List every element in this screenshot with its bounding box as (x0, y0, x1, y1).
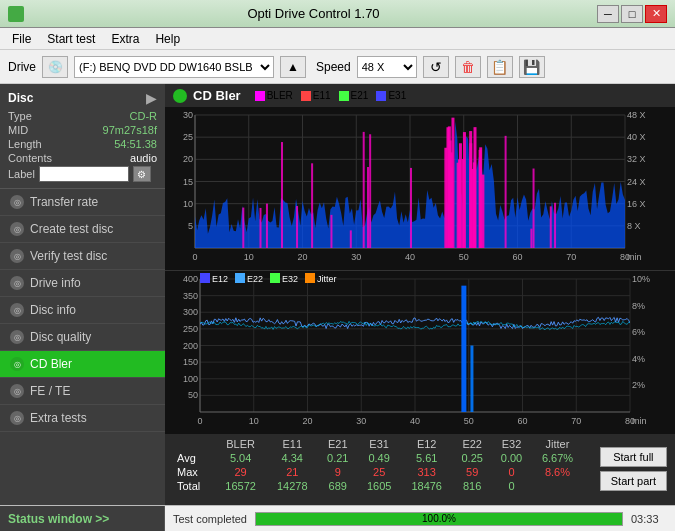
charts-container (165, 107, 675, 433)
maximize-button[interactable]: □ (621, 5, 643, 23)
create-test-disc-icon: ◎ (10, 222, 24, 236)
disc-contents-label: Contents (8, 152, 52, 164)
start-full-button[interactable]: Start full (600, 447, 667, 467)
stats-max-bler: 29 (215, 465, 267, 479)
stats-row-max: Max 29 21 9 25 313 59 0 8.6% (173, 465, 584, 479)
stats-max-e11: 21 (266, 465, 318, 479)
sidebar-item-verify-test-disc[interactable]: ◎ Verify test disc (0, 243, 165, 270)
stats-total-e32: 0 (492, 479, 531, 493)
window-controls: ─ □ ✕ (597, 5, 667, 23)
stats-table: BLER E11 E21 E31 E12 E22 E32 Jitter Avg (173, 437, 584, 493)
stats-total-e21: 689 (318, 479, 357, 493)
sidebar-item-disc-info[interactable]: ◎ Disc info (0, 297, 165, 324)
sidebar-item-drive-info-label: Drive info (30, 276, 81, 290)
sidebar-item-transfer-rate[interactable]: ◎ Transfer rate (0, 189, 165, 216)
refresh-button[interactable]: ↺ (423, 56, 449, 78)
sidebar-item-disc-quality-label: Disc quality (30, 330, 91, 344)
main-layout: Disc ▶ Type CD-R MID 97m27s18f Length 54… (0, 84, 675, 505)
menu-help[interactable]: Help (147, 30, 188, 48)
eject-button[interactable]: ▲ (280, 56, 306, 78)
sidebar-item-extra-tests-label: Extra tests (30, 411, 87, 425)
start-part-button[interactable]: Start part (600, 471, 667, 491)
sidebar-item-extra-tests[interactable]: ◎ Extra tests (0, 405, 165, 432)
disc-title: Disc (8, 91, 33, 105)
extra-tests-icon: ◎ (10, 411, 24, 425)
elapsed-time: 03:33 (631, 513, 667, 525)
close-button[interactable]: ✕ (645, 5, 667, 23)
status-bar-content: Test completed 100.0% 03:33 (165, 512, 675, 526)
sidebar-item-cd-bler[interactable]: ◎ CD Bler (0, 351, 165, 378)
verify-test-disc-icon: ◎ (10, 249, 24, 263)
menu-file[interactable]: File (4, 30, 39, 48)
minimize-button[interactable]: ─ (597, 5, 619, 23)
drive-select[interactable]: (F:) BENQ DVD DD DW1640 BSLB (74, 56, 274, 78)
drive-info-icon: ◎ (10, 276, 24, 290)
drive-bar: Drive 💿 (F:) BENQ DVD DD DW1640 BSLB ▲ S… (0, 50, 675, 84)
speed-label: Speed (316, 60, 351, 74)
copy-button[interactable]: 📋 (487, 56, 513, 78)
drive-icon-button[interactable]: 💿 (42, 56, 68, 78)
sidebar-item-drive-info[interactable]: ◎ Drive info (0, 270, 165, 297)
progress-bar: 100.0% (255, 512, 623, 526)
sidebar-item-create-test-disc-label: Create test disc (30, 222, 113, 236)
app-icon (8, 6, 24, 22)
col-header-e11: E11 (266, 437, 318, 451)
sidebar-item-cd-bler-label: CD Bler (30, 357, 72, 371)
stats-row-avg: Avg 5.04 4.34 0.21 0.49 5.61 0.25 0.00 6… (173, 451, 584, 465)
legend-e31-color (376, 91, 386, 101)
col-header-bler: BLER (215, 437, 267, 451)
chart-icon (173, 89, 187, 103)
disc-type-value: CD-R (130, 110, 158, 122)
stats-avg-bler: 5.04 (215, 451, 267, 465)
legend-bler: BLER (255, 90, 293, 101)
title-bar: Opti Drive Control 1.70 ─ □ ✕ (0, 0, 675, 28)
stats-max-e21: 9 (318, 465, 357, 479)
stats-row-total: Total 16572 14278 689 1605 18476 816 0 (173, 479, 584, 493)
legend-bler-color (255, 91, 265, 101)
stats-panel: BLER E11 E21 E31 E12 E22 E32 Jitter Avg (165, 433, 675, 505)
stats-total-jitter (531, 479, 584, 493)
chart-top (165, 107, 675, 271)
label-gear-icon[interactable]: ⚙ (133, 166, 151, 182)
status-window-button[interactable]: Status window >> (8, 512, 109, 526)
stats-avg-e32: 0.00 (492, 451, 531, 465)
col-header-jitter: Jitter (531, 437, 584, 451)
sidebar-item-fe-te-label: FE / TE (30, 384, 70, 398)
legend-e21: E21 (339, 90, 369, 101)
stats-avg-label: Avg (173, 451, 215, 465)
transfer-rate-icon: ◎ (10, 195, 24, 209)
stats-avg-jitter: 6.67% (531, 451, 584, 465)
status-sidebar[interactable]: Status window >> (0, 506, 165, 531)
speed-select[interactable]: 48 X (357, 56, 417, 78)
sidebar-item-disc-quality[interactable]: ◎ Disc quality (0, 324, 165, 351)
stats-table-wrap: BLER E11 E21 E31 E12 E22 E32 Jitter Avg (165, 433, 592, 505)
disc-label-input[interactable] (39, 166, 129, 182)
legend-e21-label: E21 (351, 90, 369, 101)
legend-bler-label: BLER (267, 90, 293, 101)
stats-max-e12: 313 (401, 465, 453, 479)
menu-extra[interactable]: Extra (103, 30, 147, 48)
stats-max-e32: 0 (492, 465, 531, 479)
menu-start-test[interactable]: Start test (39, 30, 103, 48)
save-button[interactable]: 💾 (519, 56, 545, 78)
sidebar-nav: ◎ Transfer rate ◎ Create test disc ◎ Ver… (0, 189, 165, 505)
stats-avg-e21: 0.21 (318, 451, 357, 465)
sidebar-item-fe-te[interactable]: ◎ FE / TE (0, 378, 165, 405)
disc-length-value: 54:51.38 (114, 138, 157, 150)
legend-e31-label: E31 (388, 90, 406, 101)
legend-e31: E31 (376, 90, 406, 101)
col-header-e32: E32 (492, 437, 531, 451)
stats-avg-e22: 0.25 (453, 451, 492, 465)
sidebar-item-create-test-disc[interactable]: ◎ Create test disc (0, 216, 165, 243)
disc-arrow-icon[interactable]: ▶ (146, 90, 157, 106)
disc-length-label: Length (8, 138, 42, 150)
chart-top-canvas (165, 107, 675, 270)
sidebar-item-verify-test-disc-label: Verify test disc (30, 249, 107, 263)
col-header-blank (173, 437, 215, 451)
content-area: CD Bler BLER E11 E21 E31 (165, 84, 675, 505)
erase-button[interactable]: 🗑 (455, 56, 481, 78)
legend-e11: E11 (301, 90, 331, 101)
chart-bottom-canvas (165, 271, 675, 434)
chart-title: CD Bler (193, 88, 241, 103)
disc-info-icon: ◎ (10, 303, 24, 317)
